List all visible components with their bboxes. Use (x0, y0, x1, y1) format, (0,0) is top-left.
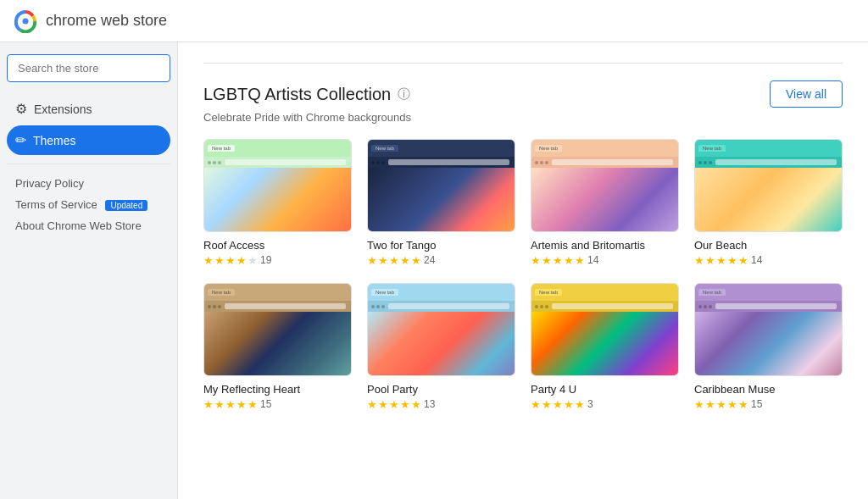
theme-card-caribbean-muse[interactable]: New tab Caribbean Muse ★★★★★ 15 (694, 283, 843, 410)
thumb-dot (376, 161, 380, 164)
thumb-body (695, 168, 842, 231)
thumb-dot (376, 305, 380, 308)
star-half: ★ (411, 255, 421, 266)
terms-label: Terms of Service (15, 198, 97, 211)
collection-title-row: LGBTQ Artists Collection ⓘ (203, 85, 410, 104)
sidebar: ⚙ Extensions ✏ Themes Privacy Policy Ter… (0, 42, 178, 499)
thumb-urlbar (715, 159, 837, 165)
theme-card-party-4-u[interactable]: New tab Party 4 U ★★★★★ 3 (531, 283, 679, 410)
thumb-tab: New tab (371, 145, 398, 152)
theme-thumbnail-my-reflecting-heart: New tab (203, 283, 352, 376)
thumb-tab: New tab (535, 145, 562, 152)
star-full: ★ (400, 399, 410, 410)
view-all-button[interactable]: View all (770, 80, 843, 108)
star-full: ★ (694, 255, 704, 266)
rating-count: 14 (587, 254, 598, 266)
star-full: ★ (705, 399, 715, 410)
theme-card-roof-access[interactable]: New tab Roof Access ★★★★★ 19 (203, 139, 352, 266)
thumb-tab: New tab (208, 289, 235, 296)
theme-name: Caribbean Muse (694, 383, 843, 396)
thumb-dot (709, 305, 712, 308)
thumb-dot (381, 305, 385, 308)
rating-count: 24 (424, 254, 435, 266)
rating-count: 13 (424, 398, 435, 410)
star-half: ★ (236, 255, 247, 266)
stars: ★★★★★ (203, 255, 258, 266)
sidebar-divider (7, 164, 170, 164)
sidebar-item-extensions[interactable]: ⚙ Extensions (7, 94, 170, 124)
info-icon[interactable]: ⓘ (398, 86, 410, 103)
star-full: ★ (553, 399, 563, 410)
themes-grid: New tab Roof Access ★★★★★ 19 New tab (203, 139, 843, 410)
theme-card-my-reflecting-heart[interactable]: New tab My Reflecting Heart ★★★★★ 15 (203, 283, 352, 410)
thumb-tab: New tab (698, 145, 726, 152)
thumb-body (695, 312, 842, 375)
theme-thumbnail-artemis-britomartis: New tab (531, 139, 679, 232)
thumb-urlbar (225, 159, 346, 165)
stars: ★★★★★ (694, 255, 748, 266)
star-full: ★ (214, 255, 225, 266)
star-full: ★ (203, 399, 214, 410)
rating-count: 19 (260, 254, 271, 266)
thumb-tab: New tab (698, 289, 726, 296)
star-full: ★ (367, 399, 377, 410)
theme-thumbnail-pool-party: New tab (367, 283, 515, 376)
thumb-dot (540, 305, 543, 308)
stars: ★★★★★ (203, 399, 258, 410)
star-full: ★ (214, 399, 225, 410)
thumb-dot (698, 161, 702, 164)
stars: ★★★★★ (694, 399, 748, 410)
sidebar-item-extensions-label: Extensions (34, 103, 92, 116)
thumb-dot (545, 305, 548, 308)
theme-rating: ★★★★★ 15 (203, 398, 352, 410)
star-full: ★ (694, 399, 704, 410)
star-full: ★ (564, 255, 574, 266)
thumb-dot (704, 305, 707, 308)
theme-thumbnail-caribbean-muse: New tab (694, 283, 843, 376)
theme-card-our-beach[interactable]: New tab Our Beach ★★★★★ 14 (694, 139, 843, 266)
theme-thumbnail-two-for-tango: New tab (367, 139, 515, 232)
star-full: ★ (727, 255, 737, 266)
thumb-body (531, 312, 678, 375)
star-half: ★ (738, 255, 748, 266)
thumb-dot (381, 161, 385, 164)
star-full: ★ (367, 255, 377, 266)
rating-count: 15 (260, 398, 271, 410)
privacy-policy-link[interactable]: Privacy Policy (7, 173, 170, 194)
search-input[interactable] (7, 54, 170, 82)
sidebar-item-themes-label: Themes (33, 134, 76, 147)
thumb-dot (545, 161, 548, 164)
thumb-dot (208, 161, 211, 164)
theme-rating: ★★★★★ 24 (367, 254, 515, 266)
collection-header: LGBTQ Artists Collection ⓘ View all (203, 80, 843, 108)
star-full: ★ (389, 399, 399, 410)
header: chrome web store (0, 0, 868, 42)
thumb-body (531, 168, 678, 231)
star-full: ★ (225, 399, 236, 410)
rating-count: 3 (587, 398, 593, 410)
star-full: ★ (738, 399, 748, 410)
thumb-dot (535, 161, 538, 164)
star-full: ★ (378, 255, 388, 266)
star-full: ★ (716, 255, 726, 266)
terms-of-service-link[interactable]: Terms of Service Updated (7, 194, 170, 215)
theme-name: Roof Access (203, 239, 352, 252)
star-full: ★ (203, 255, 214, 266)
chrome-logo (14, 9, 37, 33)
thumb-dot (535, 305, 538, 308)
thumb-tab: New tab (371, 289, 398, 296)
theme-card-pool-party[interactable]: New tab Pool Party ★★★★★ 13 (367, 283, 515, 410)
thumb-tab: New tab (208, 145, 235, 152)
thumb-dot (213, 305, 216, 308)
theme-name: Party 4 U (531, 383, 679, 396)
theme-card-two-for-tango[interactable]: New tab Two for Tango ★★★★★ 24 (367, 139, 515, 266)
about-link[interactable]: About Chrome Web Store (7, 215, 170, 236)
thumb-urlbar (225, 303, 346, 309)
thumb-urlbar (388, 159, 509, 165)
theme-card-artemis-britomartis[interactable]: New tab Artemis and Britomartis ★★★★★ 14 (531, 139, 679, 266)
thumb-dot (218, 161, 221, 164)
sidebar-item-themes[interactable]: ✏ Themes (7, 125, 170, 155)
theme-thumbnail-roof-access: New tab (203, 139, 352, 232)
thumb-urlbar (552, 303, 673, 309)
stars: ★★★★★ (531, 399, 585, 410)
